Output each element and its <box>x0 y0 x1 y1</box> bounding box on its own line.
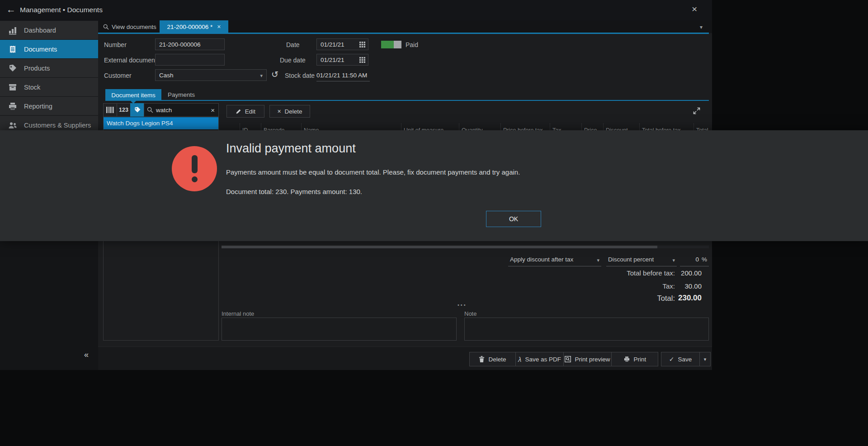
percent-unit: % <box>702 256 707 263</box>
delete-document-button[interactable]: Delete <box>469 352 516 366</box>
chevron-down-icon: ▾ <box>672 257 675 263</box>
tab-document-items[interactable]: Document items <box>105 89 161 101</box>
people-icon <box>8 121 17 130</box>
note-label: Note <box>464 310 476 317</box>
tab-payments[interactable]: Payments <box>168 91 195 98</box>
sidebar-item-label: Documents <box>24 46 57 53</box>
tag-icon <box>134 106 141 114</box>
section-tab-underline <box>105 100 709 101</box>
sidebar-item-dashboard[interactable]: Dashboard <box>0 21 98 39</box>
x-icon: × <box>277 108 281 115</box>
paid-label: Paid <box>406 41 418 48</box>
tab-view-documents[interactable]: View documents <box>103 20 156 33</box>
page-title: Management • Documents <box>20 6 103 14</box>
product-search-box: watch × <box>144 103 219 117</box>
printer-icon <box>623 356 630 362</box>
external-document-label: External document <box>104 57 157 64</box>
chevron-down-icon: ▾ <box>597 257 599 263</box>
print-preview-button[interactable]: Print preview <box>563 352 612 366</box>
sidebar-item-label: Customers & Suppliers <box>24 122 91 129</box>
number-label: Number <box>104 41 127 48</box>
product-search-input[interactable]: watch <box>156 107 172 114</box>
expand-grid-icon[interactable] <box>693 107 701 115</box>
calendar-icon[interactable] <box>359 57 365 63</box>
sidebar-collapse-icon[interactable]: « <box>84 350 89 360</box>
sidebar-item-label: Reporting <box>24 103 52 110</box>
splitter-handle[interactable]: ••• <box>458 302 467 308</box>
save-more-button[interactable]: ▾ <box>699 352 711 366</box>
dialog-details: Document total: 230. Payments amount: 13… <box>226 188 362 195</box>
document-tabstrip: View documents 21-200-000006 * × ▾ <box>98 20 712 33</box>
tabstrip-underline <box>98 33 709 34</box>
sidebar-item-products[interactable]: Products <box>0 59 98 77</box>
sidebar-item-label: Dashboard <box>24 27 56 34</box>
internal-note-label: Internal note <box>222 310 254 317</box>
clear-search-icon[interactable]: × <box>211 106 215 114</box>
dialog-title: Invalid payment amount <box>226 142 356 156</box>
paid-toggle-handle[interactable] <box>394 41 401 48</box>
grid-hscrollbar-thumb[interactable] <box>222 246 657 248</box>
paid-toggle[interactable] <box>381 41 401 48</box>
error-dialog: Invalid payment amount Payments amount m… <box>0 130 868 241</box>
barcode-icon <box>106 107 114 113</box>
error-icon <box>172 146 217 191</box>
save-as-pdf-button[interactable]: λ Save as PDF <box>515 352 564 366</box>
stock-date-value[interactable]: 01/21/21 11:50 AM <box>316 72 367 79</box>
close-tab-icon[interactable]: × <box>217 23 221 30</box>
bar-chart-icon <box>8 26 17 35</box>
tag-icon <box>8 64 17 73</box>
search-icon <box>147 107 153 113</box>
total-before-tax-value: 200.00 <box>655 269 702 277</box>
printer-icon <box>8 102 17 111</box>
sidebar-item-label: Products <box>24 65 50 72</box>
external-document-input[interactable] <box>155 54 225 66</box>
tab-overflow-icon[interactable]: ▾ <box>700 24 703 30</box>
customer-select[interactable]: Cash ▾ <box>155 69 267 81</box>
desktop: ← Management • Documents × Dashboard Doc… <box>0 0 868 446</box>
print-preview-icon <box>565 356 571 362</box>
number-input[interactable]: 21-200-000006 <box>155 38 225 50</box>
barcode-filter-button[interactable] <box>103 103 117 117</box>
due-date-input[interactable]: 01/21/21 <box>316 54 368 66</box>
chevron-down-icon: ▾ <box>260 73 263 79</box>
print-button[interactable]: Print <box>611 352 658 366</box>
grid-hscrollbar <box>222 246 709 248</box>
save-button[interactable]: ✓ Save <box>661 352 700 366</box>
internal-note-input[interactable] <box>222 318 457 341</box>
back-icon[interactable]: ← <box>6 4 16 15</box>
tax-value: 30.00 <box>655 282 702 290</box>
dialog-message: Payments amount must be equal to documen… <box>226 168 520 176</box>
search-icon <box>103 24 109 30</box>
sidebar-item-documents[interactable]: Documents <box>0 40 98 58</box>
stock-date-underline <box>316 81 370 81</box>
ok-button[interactable]: OK <box>486 211 541 227</box>
sidebar-item-label: Stock <box>24 84 40 91</box>
edit-button[interactable]: Edit <box>226 105 264 118</box>
box-icon <box>8 83 17 92</box>
receipt-icon <box>8 45 17 54</box>
pdf-icon: λ <box>518 356 521 363</box>
stock-date-label: Stock date <box>285 72 315 79</box>
sidebar-item-reporting[interactable]: Reporting <box>0 97 98 115</box>
note-input[interactable] <box>464 318 709 341</box>
close-window-icon[interactable]: × <box>692 4 697 14</box>
date-label: Date <box>286 41 300 48</box>
calendar-icon[interactable] <box>359 42 365 47</box>
check-icon: ✓ <box>669 356 675 363</box>
trash-icon <box>479 356 485 362</box>
sidebar-item-stock[interactable]: Stock <box>0 78 98 96</box>
pencil-icon <box>236 109 241 114</box>
refresh-icon[interactable]: ↺ <box>271 69 278 80</box>
tab-document-21-200-000006[interactable]: 21-200-000006 * × <box>160 20 228 33</box>
total-value: 230.00 <box>655 294 702 303</box>
customer-label: Customer <box>104 72 132 79</box>
due-date-label: Due date <box>280 57 306 64</box>
chevron-down-icon: ▾ <box>704 356 707 362</box>
date-input[interactable]: 01/21/21 <box>316 38 368 50</box>
product-list-item-selected[interactable]: Watch Dogs Legion PS4 <box>104 117 218 129</box>
delete-item-button[interactable]: × Delete <box>269 105 310 118</box>
tag-filter-button[interactable] <box>130 103 144 117</box>
numeric-filter-button[interactable]: 123 <box>117 103 131 117</box>
topbar: ← Management • Documents × <box>0 0 712 20</box>
